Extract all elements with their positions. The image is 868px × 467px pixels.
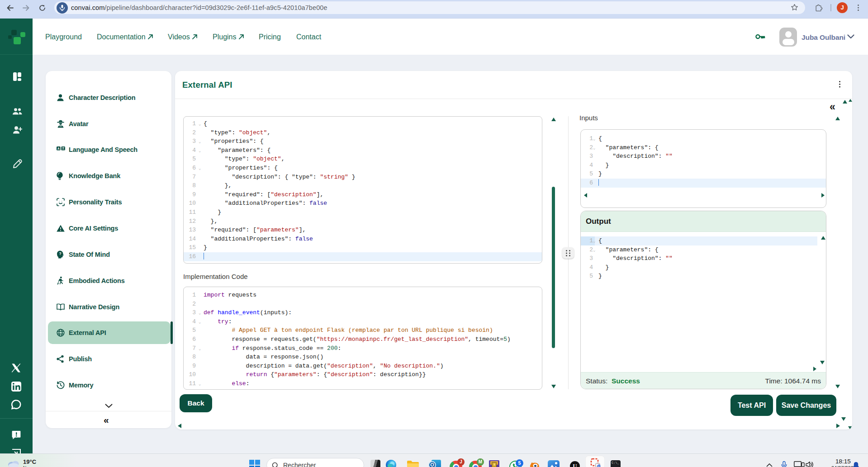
svg-text:?: ? xyxy=(59,251,61,256)
svg-text:A: A xyxy=(57,147,60,150)
